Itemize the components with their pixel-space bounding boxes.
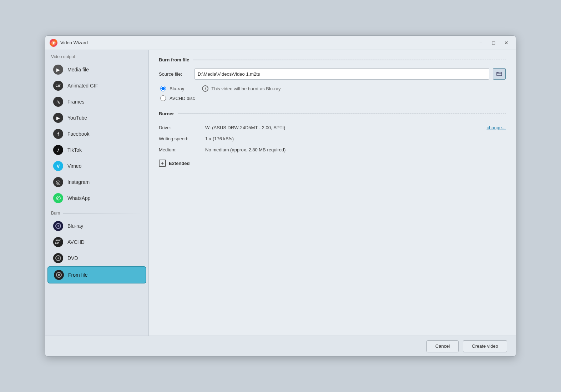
sidebar-item-label: Vimeo — [67, 163, 81, 169]
media-file-icon: ▶ — [53, 65, 63, 75]
create-video-button[interactable]: Create video — [463, 340, 507, 352]
frames-icon: ∿ — [53, 97, 63, 107]
section-header-video-output: Video output — [45, 50, 148, 61]
instagram-icon: ◎ — [53, 177, 63, 187]
sidebar-item-label: Animated GIF — [67, 83, 98, 89]
whatsapp-icon: ✆ — [53, 193, 63, 203]
extended-row[interactable]: + Extended — [159, 160, 506, 167]
svg-point-7 — [58, 274, 60, 276]
sidebar-item-label: From file — [68, 272, 87, 278]
sidebar-item-animated-gif[interactable]: GIF Animated GIF — [47, 78, 146, 94]
sidebar-item-label: Blu-ray — [67, 223, 83, 229]
sidebar-item-facebook[interactable]: f Facebook — [47, 126, 146, 142]
info-icon: i — [202, 85, 208, 92]
sidebar-item-from-file[interactable]: From file — [47, 266, 146, 283]
sidebar-item-dvd[interactable]: DVD — [47, 250, 146, 266]
drive-value: W: (ASUS DRW-24D5MT - 2.00, SPTI) — [205, 125, 487, 130]
youtube-icon: ▶ — [53, 113, 63, 123]
bluray-radio-row: Blu-ray i This video will be burnt as Bl… — [160, 85, 506, 92]
avchd-radio-label[interactable]: AVCHD disc — [170, 96, 195, 101]
sidebar-item-label: DVD — [67, 255, 78, 261]
svg-rect-9 — [497, 72, 499, 73]
dvd-icon — [53, 253, 63, 263]
facebook-icon: f — [53, 129, 63, 139]
avchd-radio[interactable] — [160, 95, 166, 101]
footer: Cancel Create video — [45, 336, 516, 356]
sidebar-item-vimeo[interactable]: V Vimeo — [47, 158, 146, 174]
svg-point-5 — [57, 257, 59, 259]
writing-speed-row: Writing speed: 1 x (176 kB/s) — [159, 133, 506, 144]
plus-icon: + — [159, 160, 166, 167]
sidebar-item-instagram[interactable]: ◎ Instagram — [47, 174, 146, 190]
bluray-radio[interactable] — [160, 86, 166, 91]
close-button[interactable]: ✕ — [501, 38, 511, 48]
writing-speed-label: Writing speed: — [159, 136, 205, 141]
medium-value: No medium (approx. 2.80 MB required) — [205, 147, 506, 152]
minimize-button[interactable]: − — [476, 38, 486, 48]
window-title: Video Wizard — [60, 40, 476, 45]
sidebar-item-label: Instagram — [67, 179, 90, 185]
sidebar-item-avchd[interactable]: AVCHD AVCHD — [47, 234, 146, 250]
sidebar-item-frames[interactable]: ∿ Frames — [47, 94, 146, 110]
sidebar-item-label: TikTok — [67, 147, 82, 153]
from-file-icon — [54, 270, 64, 280]
main-content: Video output ▶ Media file GIF Animated G… — [45, 50, 516, 336]
sidebar-item-tiktok[interactable]: ♪ TikTok — [47, 142, 146, 158]
vimeo-icon: V — [53, 161, 63, 171]
avchd-radio-row: AVCHD disc — [160, 95, 506, 101]
section-header-burn: Burn — [45, 206, 148, 218]
burn-from-file-title: Burn from file — [159, 57, 506, 62]
bluray-info-text: This video will be burnt as Blu-ray. — [211, 86, 282, 91]
sidebar-item-label: WhatsApp — [67, 195, 91, 201]
sidebar-item-youtube[interactable]: ▶ YouTube — [47, 110, 146, 126]
title-bar-controls: − □ ✕ — [476, 38, 511, 48]
sidebar-item-label: Facebook — [67, 131, 89, 137]
bluray-burn-icon — [53, 221, 63, 231]
tiktok-icon: ♪ — [53, 145, 63, 155]
sidebar-item-bluray-burn[interactable]: Blu-ray — [47, 218, 146, 234]
sidebar-item-label: Frames — [67, 99, 84, 105]
writing-speed-value: 1 x (176 kB/s) — [205, 136, 506, 141]
animated-gif-icon: GIF — [53, 81, 63, 91]
extended-label: Extended — [169, 161, 190, 166]
radio-group: Blu-ray i This video will be burnt as Bl… — [159, 85, 506, 101]
browse-button[interactable] — [493, 68, 506, 80]
drive-row: Drive: W: (ASUS DRW-24D5MT - 2.00, SPTI)… — [159, 122, 506, 133]
bluray-info: i This video will be burnt as Blu-ray. — [202, 85, 282, 92]
browse-icon — [496, 71, 502, 77]
app-logo — [50, 39, 57, 47]
drive-label: Drive: — [159, 125, 205, 130]
maximize-button[interactable]: □ — [489, 38, 499, 48]
change-link[interactable]: change... — [487, 125, 506, 130]
sidebar-item-label: YouTube — [67, 115, 87, 121]
sidebar-item-label: Media file — [67, 67, 89, 72]
medium-label: Medium: — [159, 147, 205, 152]
sidebar-item-whatsapp[interactable]: ✆ WhatsApp — [47, 190, 146, 206]
source-file-label: Source file: — [159, 71, 191, 77]
source-file-row: Source file: — [159, 68, 506, 80]
avchd-icon: AVCHD — [53, 237, 63, 247]
svg-point-3 — [57, 225, 59, 227]
sidebar-item-label: AVCHD — [67, 239, 85, 245]
sidebar-item-media-file[interactable]: ▶ Media file — [47, 62, 146, 77]
burner-section-title: Burner — [159, 111, 506, 116]
sidebar: Video output ▶ Media file GIF Animated G… — [45, 50, 149, 336]
title-bar: Video Wizard − □ ✕ — [45, 36, 516, 50]
right-panel: Burn from file Source file: Bl — [149, 50, 516, 336]
bluray-radio-label[interactable]: Blu-ray — [170, 86, 184, 91]
medium-row: Medium: No medium (approx. 2.80 MB requi… — [159, 144, 506, 155]
source-file-input[interactable] — [194, 68, 489, 80]
main-window: Video Wizard − □ ✕ Video output ▶ Media … — [45, 35, 516, 357]
cancel-button[interactable]: Cancel — [426, 340, 459, 352]
